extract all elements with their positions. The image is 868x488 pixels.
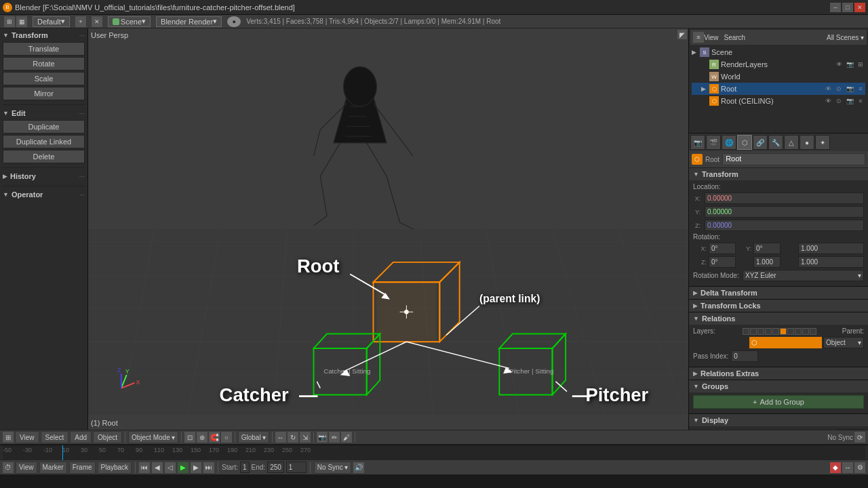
maximize-button[interactable]: □ — [842, 3, 853, 12]
layer-8[interactable] — [795, 328, 802, 335]
active-obj-name-field[interactable]: Root — [722, 153, 865, 165]
jump-start-icon[interactable]: ⏮ — [139, 462, 150, 473]
scale-icon-bt[interactable]: ⇲ — [300, 432, 311, 443]
outliner-view-tab[interactable]: ≡ — [693, 32, 704, 43]
scale-x-field[interactable]: 1.000 — [798, 243, 864, 254]
start-frame-field[interactable]: 1 — [240, 462, 250, 473]
screen-layout-dropdown[interactable]: Default ▾ — [33, 16, 70, 27]
render-icon[interactable]: ⊞ — [856, 60, 865, 69]
layer-1[interactable] — [743, 328, 749, 335]
root-vis-icon[interactable]: 👁 — [823, 84, 833, 94]
view-range-icon[interactable]: ↔ — [842, 462, 853, 473]
layer-6[interactable] — [780, 328, 787, 335]
object-prop-icon[interactable]: ⬡ — [737, 135, 752, 150]
rotation-z-field[interactable]: 0° — [709, 256, 736, 268]
edit-section-header[interactable]: ▼ Edit ··· — [3, 109, 85, 117]
play-icon[interactable]: ▶ — [178, 462, 189, 473]
tree-item-scene[interactable]: ▶ S Scene — [692, 46, 865, 58]
layer-2[interactable] — [750, 328, 757, 335]
playback-button[interactable]: Playback — [98, 462, 132, 474]
paint-icon[interactable]: 🖌 — [341, 432, 352, 443]
operator-section-options[interactable]: ··· — [79, 191, 85, 199]
duplicate-linked-button[interactable]: Duplicate Linked — [3, 135, 85, 148]
render-prop-icon[interactable]: 📷 — [690, 135, 705, 150]
root-sel-icon[interactable]: ⊙ — [834, 84, 844, 94]
outliner-tabs[interactable]: ≡ — [693, 32, 704, 43]
camera-view-icon[interactable]: 📷 — [317, 432, 328, 443]
prev-frame-icon[interactable]: ◀ — [152, 462, 163, 473]
timeline-type-icon[interactable]: ⏱ — [3, 462, 14, 473]
keyframe-icon[interactable]: ◆ — [830, 462, 841, 473]
camera-icon[interactable]: 📷 — [845, 60, 854, 69]
editor-type-icons[interactable]: ⊞ ▦ — [4, 16, 27, 27]
viewport-icon-sm[interactable]: ⊞ — [3, 432, 14, 443]
rotation-mode-dropdown[interactable]: XYZ Euler▾ — [743, 270, 864, 281]
audio-icon[interactable]: 🔊 — [353, 462, 364, 473]
mirror-button[interactable]: Mirror — [3, 87, 85, 100]
history-section-options[interactable]: ··· — [79, 173, 85, 180]
settings-icon[interactable]: ⚙ — [854, 462, 865, 473]
render-engine-dropdown[interactable]: Blender Render ▾ — [156, 16, 222, 27]
object-menu-button[interactable]: Object — [93, 431, 122, 443]
viewport-toggle-icon[interactable]: ◤ — [677, 30, 687, 39]
rotation-y-field[interactable]: 0° — [753, 243, 781, 254]
relations-header[interactable]: ▼ Relations — [689, 312, 868, 325]
screen-layout-icon[interactable]: ▦ — [16, 16, 27, 27]
rotation-x-field[interactable]: 0° — [709, 243, 736, 254]
groups-header[interactable]: ▼ Groups — [689, 380, 868, 392]
parent-type-dropdown[interactable]: Object▾ — [823, 337, 864, 348]
transform-locks-header[interactable]: ▶ Transform Locks — [689, 300, 868, 312]
particles-prop-icon[interactable]: ✦ — [815, 135, 830, 150]
location-y-field[interactable]: 0.00000 — [705, 206, 864, 218]
location-z-field[interactable]: 0.00000 — [705, 220, 864, 231]
layer-9[interactable] — [802, 328, 809, 335]
pivot-icon[interactable]: ⊕ — [197, 432, 208, 443]
layer-5[interactable] — [772, 328, 779, 335]
transform-section-header[interactable]: ▼ Transform ··· — [3, 31, 85, 39]
layer-7[interactable] — [787, 328, 794, 335]
viewport[interactable]: User Persp — [88, 28, 688, 430]
layers-grid[interactable] — [743, 328, 828, 335]
window-controls[interactable]: – □ ✕ — [830, 3, 865, 12]
translate-button[interactable]: Translate — [3, 42, 85, 56]
bound-type-dropdown[interactable]: Box▾ — [837, 429, 864, 430]
modifiers-prop-icon[interactable]: 🔧 — [768, 135, 783, 150]
rotate-icon-bt[interactable]: ↻ — [288, 432, 298, 443]
jump-end-icon[interactable]: ⏭ — [203, 462, 214, 473]
snap-icon[interactable]: 🧲 — [209, 432, 220, 443]
add-to-group-button[interactable]: + Add to Group — [693, 395, 864, 409]
scene-del-icon[interactable]: ✕ — [92, 16, 102, 27]
root-ren-icon[interactable]: 📷 — [845, 84, 854, 94]
ceiling-sel-icon[interactable]: ⊙ — [834, 96, 844, 106]
transform-prop-header[interactable]: ▼ Transform — [689, 168, 868, 180]
layer-4[interactable] — [765, 328, 772, 335]
object-mode-dropdown[interactable]: Object Mode▾ — [128, 431, 178, 443]
parent-field[interactable]: ⬡ — [749, 337, 822, 348]
scale-z-field[interactable]: 1.000 — [798, 256, 864, 268]
pass-index-field[interactable]: 0 — [731, 350, 758, 362]
sync-icon[interactable]: ⟳ — [854, 432, 865, 443]
tree-item-root[interactable]: ▶ ⬡ Root 👁 ⊙ 📷 ≡ — [692, 83, 865, 95]
view-bc-button[interactable]: View — [16, 462, 37, 474]
tree-item-root-ceiling[interactable]: ⬡ Root (CEILING) 👁 ⊙ 📷 ≡ — [692, 95, 865, 107]
current-frame-field[interactable]: 1 — [286, 462, 307, 473]
layer-3[interactable] — [757, 328, 764, 335]
scene-add-icon[interactable]: + — [75, 16, 86, 27]
world-prop-icon[interactable]: 🌐 — [722, 135, 736, 150]
location-x-field[interactable]: 0.00000 — [705, 192, 864, 204]
edit-section-options[interactable]: ··· — [79, 110, 85, 117]
material-prop-icon[interactable]: ● — [800, 135, 814, 150]
close-button[interactable]: ✕ — [854, 3, 865, 12]
frame-button[interactable]: Frame — [69, 462, 96, 474]
end-frame-field[interactable]: 250 — [267, 462, 284, 473]
root-more-icon[interactable]: ≡ — [856, 84, 865, 94]
viewport-shading-icon[interactable]: ⊡ — [184, 432, 195, 443]
minimize-button[interactable]: – — [830, 3, 841, 12]
ceiling-vis-icon[interactable]: 👁 — [823, 96, 833, 106]
properties-icon-bar[interactable]: 📷 🎬 🌐 ⬡ 🔗 🔧 △ ● ✦ — [689, 134, 868, 151]
view-menu-button[interactable]: View — [15, 431, 39, 443]
display-header[interactable]: ▼ Display — [689, 414, 868, 426]
rev-play-icon[interactable]: ◁ — [165, 462, 176, 473]
next-frame-icon[interactable]: ▶ — [191, 462, 201, 473]
move-icon[interactable]: ↔ — [275, 432, 286, 443]
